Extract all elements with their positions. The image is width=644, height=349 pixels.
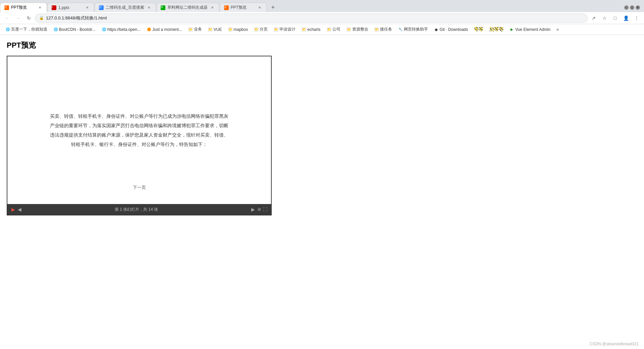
tab-close-2[interactable]: ✕ (85, 5, 90, 10)
bookmark-label-converter: 网页转换助手 (404, 27, 428, 32)
bookmark-label-tasks: 接任务 (380, 27, 392, 32)
tab-close-5[interactable]: ✕ (257, 5, 262, 10)
watermark-text: CSDN @steamedbread321 (590, 342, 639, 346)
tab-title-5: PPT预览 (231, 5, 255, 10)
tab-close-3[interactable]: ✕ (146, 5, 152, 10)
tab-close-4[interactable]: ✕ (210, 5, 215, 10)
bookmark-label-graduation: 毕业设计 (279, 27, 296, 32)
ppt-prev-button[interactable]: ◀ (18, 207, 21, 212)
tab-caoliao[interactable]: 草 草料网址二维码生成器 ✕ (156, 3, 219, 12)
slide-next-page[interactable]: 下一页 (133, 185, 146, 191)
slide-line-3: 违法违规提供支付结算的账户来源，保护您及家人资金财产交全，现针对买卖、转借、 (50, 130, 228, 140)
bookmark-echarts[interactable]: 📁 echarts (299, 26, 323, 33)
bookmark-favicon-converter: 🔧 (398, 27, 403, 32)
bookmark-label-resources: 资源整合 (352, 27, 368, 32)
bookmark-mapbox[interactable]: 📁 mapbox (225, 26, 251, 33)
tab-ppt-preview-2[interactable]: 百 PPT预览 ✕ (220, 3, 267, 12)
ppt-fullscreen-button[interactable]: ⛶ (263, 207, 267, 212)
new-tab-button[interactable]: + (268, 3, 278, 12)
address-text: 127.0.0.1:8848/格式转换/1.html (46, 15, 583, 21)
slide-content: 买卖、转借、转租手机卡、身份证件、对公账户等行为已成为涉电信网络诈骗犯罪黑灰 产… (50, 111, 228, 149)
tab-list: 百 PPT预览 ✕ 1 1.pptx ✕ 百 二维码生成_百度搜索 ✕ 草 草料… (0, 3, 620, 12)
ppt-slide: 买卖、转借、转租手机卡、身份证件、对公账户等行为已成为涉电信网络诈骗犯罪黑灰 产… (7, 56, 271, 204)
bookmark-label-pagination: 分页 (260, 27, 268, 32)
bookmark-vue[interactable]: 📁 VUE (205, 26, 225, 33)
bookmark-label-openai: https://beta.open... (107, 27, 141, 32)
close-button[interactable]: ✕ (636, 5, 640, 10)
bookmark-dengdeng1[interactable]: 等等 (471, 26, 486, 34)
bookmark-vue-element[interactable]: ▶ Vue Element Admin (507, 26, 553, 33)
maximize-button[interactable]: □ (630, 5, 634, 10)
menu-button[interactable]: ⋮ (632, 13, 641, 23)
slide-line-4: 转租手机卡、银行卡、身份证件、对公账户等行为，特告知如下： (50, 140, 228, 149)
bookmark-label-business: 业务 (194, 27, 202, 32)
navigation-bar: ← → ↻ 🔒 127.0.0.1:8848/格式转换/1.html ↗ ☆ □… (0, 12, 644, 24)
share-button[interactable]: ↗ (589, 13, 598, 23)
ppt-viewer: 买卖、转借、转租手机卡、身份证件、对公账户等行为已成为涉电信网络诈骗犯罪黑灰 产… (7, 56, 272, 215)
bookmark-git[interactable]: ◆ Git · Downloads (431, 26, 471, 33)
bookmark-pagination[interactable]: 📁 分页 (251, 26, 270, 33)
bookmark-label-mapbox: mapbox (234, 27, 248, 32)
browser-window: 百 PPT预览 ✕ 1 1.pptx ✕ 百 二维码生成_百度搜索 ✕ 草 草料… (0, 0, 644, 349)
page-footer: CSDN @steamedbread321 (590, 342, 639, 346)
tab-close-1[interactable]: ✕ (37, 5, 43, 10)
bookmark-baidu[interactable]: 🌐 百度一下，你就知道 (3, 26, 50, 33)
bookmark-favicon-graduation: 📁 (274, 27, 278, 32)
bookmark-favicon-openai: 🌐 (102, 27, 106, 32)
bookmark-company[interactable]: 📁 公司 (324, 26, 343, 33)
bookmark-label-bootcdn: BootCDN - Bootstr... (59, 27, 96, 32)
page-title: PPT预览 (7, 40, 637, 50)
tab-ppt-preview-1[interactable]: 百 PPT预览 ✕ (0, 3, 47, 12)
bookmark-label-dengdeng2: 别等等 (489, 27, 503, 33)
tab-title-1: PPT预览 (11, 5, 35, 10)
tab-title-3: 二维码生成_百度搜索 (106, 5, 144, 10)
ppt-next-button[interactable]: ▶ (251, 207, 255, 212)
bookmark-more-icon: » (556, 27, 559, 32)
bookmark-more[interactable]: » (554, 26, 561, 33)
bookmark-moment[interactable]: 🟠 Just a moment... (144, 26, 185, 33)
refresh-button[interactable]: ↻ (24, 13, 34, 23)
bookmark-openai[interactable]: 🌐 https://beta.open... (99, 26, 143, 33)
back-button[interactable]: ← (3, 13, 12, 23)
bookmark-favicon-bootcdn: 🌐 (53, 27, 58, 32)
forward-button[interactable]: → (13, 13, 23, 23)
tab-pptx[interactable]: 1 1.pptx ✕ (47, 3, 94, 12)
extension-button[interactable]: □ (610, 13, 620, 23)
bookmark-bootcdn[interactable]: 🌐 BootCDN - Bootstr... (51, 26, 98, 33)
ppt-grid-view-button[interactable]: ⊞ (258, 207, 261, 212)
tab-favicon-1: 百 (4, 5, 9, 10)
bookmark-dengdeng2[interactable]: 别等等 (487, 26, 506, 34)
git-icon: ◆ (434, 27, 439, 32)
tab-baidu-search[interactable]: 百 二维码生成_百度搜索 ✕ (95, 3, 156, 12)
tab-title-4: 草料网址二维码生成器 (167, 5, 208, 10)
account-button[interactable]: 👤 (621, 13, 631, 23)
bookmark-favicon-business: 📁 (188, 27, 193, 32)
bookmark-button[interactable]: ☆ (600, 13, 609, 23)
bookmark-label-echarts: echarts (307, 27, 320, 32)
bookmarks-bar: 🌐 百度一下，你就知道 🌐 BootCDN - Bootstr... 🌐 htt… (0, 24, 644, 35)
bookmark-label-vue-element: Vue Element Admin (515, 27, 550, 32)
ppt-play-icon: ▶ (11, 207, 15, 212)
tab-favicon-4: 草 (161, 5, 165, 10)
bookmark-favicon-vue: 📁 (208, 27, 213, 32)
bookmark-converter[interactable]: 🔧 网页转换助手 (395, 26, 431, 33)
bookmark-tasks[interactable]: 📁 接任务 (372, 26, 395, 33)
bookmark-label-baidu: 百度一下，你就知道 (11, 27, 47, 32)
minimize-button[interactable]: — (624, 5, 629, 10)
bookmark-label-git: Git · Downloads (440, 27, 468, 32)
bookmark-label-vue: VUE (214, 27, 222, 32)
tab-title-2: 1.pptx (58, 5, 83, 10)
bookmark-label-moment: Just a moment... (152, 27, 182, 32)
bookmark-favicon-baidu: 🌐 (5, 27, 10, 32)
bookmark-graduation[interactable]: 📁 毕业设计 (271, 26, 298, 33)
page-content: PPT预览 买卖、转借、转租手机卡、身份证件、对公账户等行为已成为涉电信网络诈骗… (0, 35, 644, 349)
bookmark-favicon-pagination: 📁 (254, 27, 259, 32)
bookmark-label-company: 公司 (332, 27, 340, 32)
address-bar[interactable]: 🔒 127.0.0.1:8848/格式转换/1.html (35, 13, 588, 23)
bookmark-favicon-company: 📁 (327, 27, 331, 32)
bookmark-favicon-tasks: 📁 (374, 27, 379, 32)
bookmark-resources[interactable]: 📁 资源整合 (344, 26, 371, 33)
ppt-controls-bar: ▶ ◀ 第 1 张幻灯片，共 14 张 ▶ ⊞ ⛶ (7, 204, 271, 215)
tab-favicon-5: 百 (224, 5, 229, 10)
bookmark-business[interactable]: 📁 业务 (185, 26, 205, 33)
